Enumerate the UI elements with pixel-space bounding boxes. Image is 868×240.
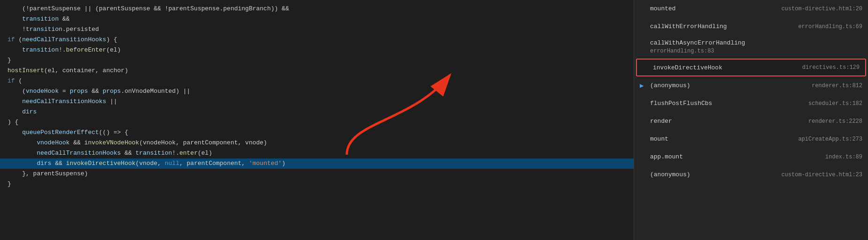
callstack-item-anonymous-1[interactable]: ▶ (anonymous) renderer.ts:812 (634, 77, 868, 95)
code-line: (!parentSuspense || (parentSuspense && !… (0, 4, 634, 14)
current-arrow-icon: ▶ (640, 82, 647, 90)
callstack-file: scheduler.ts:182 (808, 100, 862, 107)
code-line: if (needCallTransitionHooks) { (0, 35, 634, 45)
code-line: needCallTransitionHooks || (0, 97, 634, 107)
callstack-file: errorHandling.ts:69 (798, 23, 862, 30)
code-line: dirs (0, 107, 634, 117)
callstack-file: errorHandling.ts:83 (640, 48, 714, 54)
callstack-file: custom-directive.html:23 (781, 172, 862, 178)
callstack-item-flushpostflushcbs[interactable]: ▶ flushPostFlushCbs scheduler.ts:182 (634, 95, 868, 112)
code-line: } (0, 55, 634, 66)
code-line: hostInsert(el, container, anchor) (0, 66, 634, 76)
callstack-item-callwitherrorhandling[interactable]: ▶ callWithErrorHandling errorHandling.ts… (634, 18, 868, 36)
callstack-name: (anonymous) (650, 82, 690, 89)
callstack-file: renderer.ts:2228 (808, 118, 862, 125)
callstack-item-mounted[interactable]: ▶ mounted custom-directive.html:20 (634, 0, 868, 18)
callstack-file: directives.ts:129 (802, 64, 860, 71)
callstack-name: invokeDirectiveHook (653, 64, 722, 71)
code-line: (vnodeHook = props && props.onVnodeMount… (0, 86, 634, 97)
code-line: }, parentSuspense) (0, 169, 634, 179)
callstack-item-mount[interactable]: ▶ mount apiCreateApp.ts:273 (634, 130, 868, 148)
code-line: transition && (0, 14, 634, 24)
code-panel: (!parentSuspense || (parentSuspense && !… (0, 0, 634, 240)
callstack-file: custom-directive.html:20 (781, 6, 862, 12)
callstack-item-invokedirectivehook[interactable]: ▶ invokeDirectiveHook directives.ts:129 (636, 59, 866, 76)
code-line-selected: dirs && invokeDirectiveHook(vnode, null,… (0, 158, 634, 169)
code-line: } (0, 179, 634, 189)
code-line: needCallTransitionHooks && transition!.e… (0, 148, 634, 158)
callstack-name: mounted (650, 5, 676, 12)
code-line: queuePostRenderEffect(() => { (0, 128, 634, 138)
callstack-name: mount (650, 135, 668, 142)
callstack-name: callWithAsyncErrorHandling (650, 39, 745, 46)
callstack-panel: ▶ mounted custom-directive.html:20 ▶ cal… (634, 0, 868, 240)
callstack-file: index.ts:89 (825, 154, 862, 160)
callstack-name: flushPostFlushCbs (650, 100, 712, 107)
callstack-item-appmount[interactable]: ▶ app.mount index.ts:89 (634, 148, 868, 166)
callstack-name: render (650, 118, 672, 125)
callstack-name: callWithErrorHandling (650, 23, 727, 30)
code-line: !transition.persisted (0, 24, 634, 35)
code-line: vnodeHook && invokeVNodeHook(vnodeHook, … (0, 138, 634, 148)
callstack-name: app.mount (650, 153, 683, 160)
callstack-file: renderer.ts:812 (812, 82, 862, 89)
code-line: if ( (0, 76, 634, 86)
callstack-file: apiCreateApp.ts:273 (798, 136, 862, 142)
code-line: transition!.beforeEnter(el) (0, 45, 634, 55)
callstack-item-anonymous-2[interactable]: ▶ (anonymous) custom-directive.html:23 (634, 166, 868, 184)
callstack-name: (anonymous) (650, 171, 690, 178)
callstack-item-callwithasyncerrorhandling[interactable]: ▶ callWithAsyncErrorHandling errorHandli… (634, 36, 868, 58)
code-line: ) { (0, 117, 634, 128)
callstack-item-render[interactable]: ▶ render renderer.ts:2228 (634, 112, 868, 130)
